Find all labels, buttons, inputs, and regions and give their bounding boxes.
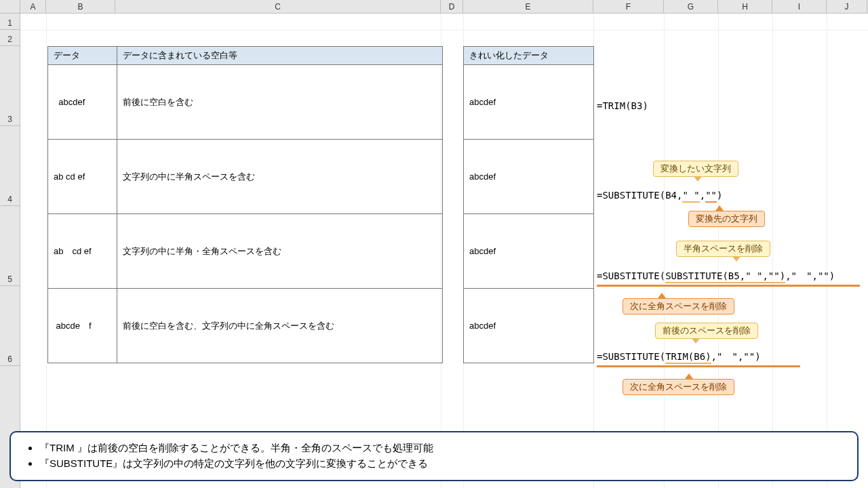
cell-B6[interactable]: abcde f: [48, 289, 117, 363]
col-H[interactable]: H: [718, 0, 772, 13]
cell-E6[interactable]: abcdef: [464, 289, 594, 363]
arg-replace: "": [705, 190, 717, 203]
gridline: [664, 14, 665, 488]
gridline: [20, 30, 868, 30]
formula-text: ," ",""): [785, 270, 835, 281]
formula-text: =SUBSTITUTE(: [597, 270, 665, 281]
cell-B5[interactable]: ab cd ef: [48, 214, 117, 289]
formula-text: ,: [700, 190, 705, 201]
callout-remove-fullwidth: 次に全角スペースを削除: [623, 298, 734, 314]
col-B[interactable]: B: [46, 0, 115, 13]
pointer-icon: [715, 205, 724, 211]
output-table: きれい化したデータ abcdef abcdef abcdef abcdef: [463, 46, 594, 363]
col-E[interactable]: E: [463, 0, 593, 13]
callout-remove-halfwidth: 半角スペースを削除: [676, 241, 770, 257]
header-desc[interactable]: データに含まれている空白等: [117, 47, 443, 65]
table-row: ab cd ef 文字列の中に半角スペースを含む: [48, 140, 443, 214]
formula-text: ," ",""): [711, 351, 761, 362]
row-3[interactable]: 3: [0, 46, 20, 126]
inner-substitute: SUBSTITUTE(B5," ",""): [665, 270, 785, 283]
col-F[interactable]: F: [593, 0, 664, 13]
cell-C3[interactable]: 前後に空白を含む: [117, 65, 443, 140]
header-clean[interactable]: きれい化したデータ: [464, 47, 594, 65]
header-data[interactable]: データ: [48, 47, 117, 65]
formula-text: =SUBSTITUTE(: [597, 351, 665, 362]
callout-remove-fullwidth-2: 次に全角スペースを削除: [623, 379, 734, 395]
cell-B4[interactable]: ab cd ef: [48, 140, 117, 214]
formula-F6[interactable]: =SUBSTITUTE(TRIM(B6)," ",""): [597, 351, 761, 363]
row-4[interactable]: 4: [0, 126, 20, 206]
row-6[interactable]: 6: [0, 286, 20, 366]
gridline: [46, 14, 47, 488]
formula-text: ): [717, 190, 722, 201]
table-row: abcdef: [464, 65, 594, 140]
underline-outer: [597, 365, 800, 367]
col-C[interactable]: C: [115, 0, 441, 13]
pointer-icon: [694, 176, 702, 182]
arg-find: " ": [682, 190, 699, 203]
cell-E3[interactable]: abcdef: [464, 65, 594, 140]
formula-F3[interactable]: =TRIM(B3): [597, 100, 648, 111]
input-table: データ データに含まれている空白等 abcdef 前後に空白を含む ab cd …: [47, 46, 443, 363]
table-row: abcdef: [464, 214, 594, 289]
note-item: 『SUBSTITUTE』は文字列の中の特定の文字列を他の文字列に変換することがで…: [39, 458, 842, 470]
col-J[interactable]: J: [827, 0, 867, 13]
formula-text: =SUBSTITUTE(B4,: [597, 190, 682, 201]
callout-trim-ends: 前後のスペースを削除: [655, 323, 758, 339]
cell-C6[interactable]: 前後に空白を含む、文字列の中に全角スペースを含む: [117, 289, 443, 363]
table-row: ab cd ef 文字列の中に半角・全角スペースを含む: [48, 214, 443, 289]
gridline: [772, 14, 773, 488]
table-row: abcdef 前後に空白を含む: [48, 65, 443, 140]
table-row: abcdef: [464, 289, 594, 363]
cell-E4[interactable]: abcdef: [464, 140, 594, 214]
select-all-corner[interactable]: [0, 0, 20, 13]
pointer-icon: [732, 256, 741, 262]
pointer-icon: [692, 338, 700, 344]
table-row: abcde f 前後に空白を含む、文字列の中に全角スペースを含む: [48, 289, 443, 363]
note-item: 『TRIM 』は前後の空白を削除することができる。半角・全角のスペースでも処理可…: [39, 442, 842, 455]
cell-E5[interactable]: abcdef: [464, 214, 594, 289]
cell-B3[interactable]: abcdef: [48, 65, 117, 140]
formula-F5[interactable]: =SUBSTITUTE(SUBSTITUTE(B5," ","")," ",""…: [597, 270, 835, 283]
pointer-icon: [658, 293, 666, 298]
gridline: [827, 14, 827, 488]
cell-C5[interactable]: 文字列の中に半角・全角スペースを含む: [117, 214, 443, 289]
underline-outer: [597, 285, 860, 287]
col-A[interactable]: A: [20, 0, 46, 13]
notes-box: 『TRIM 』は前後の空白を削除することができる。半角・全角のスペースでも処理可…: [9, 431, 859, 481]
row-1[interactable]: 1: [0, 14, 20, 30]
callout-find-string: 変換したい文字列: [653, 161, 738, 177]
row-header-col: 1 2 3 4 5 6: [0, 14, 20, 488]
table-row: abcdef: [464, 140, 594, 214]
inner-trim: TRIM(B6): [665, 351, 711, 364]
row-5[interactable]: 5: [0, 206, 20, 286]
row-2[interactable]: 2: [0, 30, 20, 46]
col-G[interactable]: G: [664, 0, 718, 13]
col-D[interactable]: D: [441, 0, 463, 13]
pointer-icon: [685, 373, 693, 379]
callout-replace-string: 変換先の文字列: [688, 211, 765, 227]
col-I[interactable]: I: [772, 0, 827, 13]
cell-C4[interactable]: 文字列の中に半角スペースを含む: [117, 140, 443, 214]
column-header-row: A B C D E F G H I J: [0, 0, 868, 14]
formula-F4[interactable]: =SUBSTITUTE(B4," ",""): [597, 190, 722, 201]
